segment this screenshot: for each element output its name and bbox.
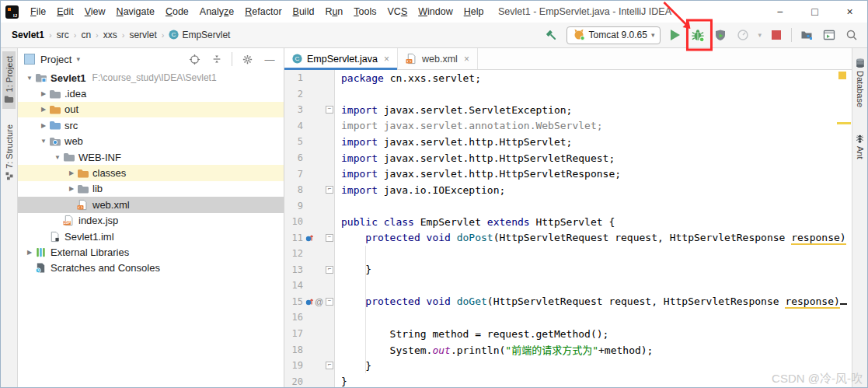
tree-item-src[interactable]: ▶src bbox=[18, 117, 284, 133]
tree-collapse-arrow[interactable]: ▼ bbox=[52, 154, 63, 161]
project-panel: Project ▾ — ▼Sevlet1F:\course_study\IDEA… bbox=[18, 48, 284, 388]
breadcrumb-item[interactable]: CEmpServlet bbox=[169, 30, 230, 40]
tree-item-web-inf[interactable]: ▼WEB-INF bbox=[18, 149, 284, 165]
editor-gutter: 19⌐ bbox=[284, 358, 335, 374]
tree-item-sevlet1-iml[interactable]: Sevlet1.iml bbox=[18, 229, 284, 244]
tool-strip-ant[interactable]: Ant bbox=[853, 129, 866, 164]
tree-item-sevlet1[interactable]: ▼Sevlet1F:\course_study\IDEA\Sevlet1 bbox=[18, 70, 284, 86]
tree-item-classes[interactable]: ▶classes bbox=[18, 165, 284, 180]
code-editor[interactable]: 1package cn.xxs.servlet;23−import javax.… bbox=[284, 70, 852, 388]
menu-view[interactable]: View bbox=[79, 1, 111, 23]
breadcrumb-item[interactable]: Sevlet1 bbox=[12, 30, 44, 40]
search-everywhere-button[interactable] bbox=[844, 26, 859, 44]
play-icon bbox=[671, 30, 680, 40]
tab-empservlet-java[interactable]: CEmpServlet.java× bbox=[284, 48, 398, 69]
menu-analyze[interactable]: Analyze bbox=[194, 1, 239, 23]
left-tool-strip: 1: Project7: Structure bbox=[1, 48, 18, 388]
tree-item--idea[interactable]: ▶.idea bbox=[18, 86, 284, 101]
project-panel-title[interactable]: Project bbox=[40, 54, 71, 65]
tree-item-external-libraries[interactable]: ▶External Libraries bbox=[18, 244, 284, 260]
debug-button[interactable] bbox=[690, 26, 706, 44]
tree-item-web[interactable]: ▼web bbox=[18, 134, 284, 149]
fold-column: − bbox=[325, 234, 334, 242]
editor-gutter: 6 bbox=[284, 150, 335, 166]
coverage-button[interactable] bbox=[713, 26, 728, 44]
tree-item-label: classes bbox=[92, 167, 126, 179]
tree-item-web-xml[interactable]: web.xml bbox=[18, 197, 284, 212]
menu-run[interactable]: Run bbox=[319, 1, 348, 23]
locate-file-icon[interactable] bbox=[186, 52, 202, 66]
editor-tabs: CEmpServlet.java×web.xml× bbox=[284, 48, 852, 70]
code-line: 6import javax.servlet.http.HttpServletRe… bbox=[284, 150, 852, 166]
menu-tools[interactable]: Tools bbox=[348, 1, 382, 23]
tree-expand-arrow[interactable]: ▶ bbox=[24, 249, 35, 256]
menu-file[interactable]: File bbox=[25, 1, 51, 23]
tree-expand-arrow[interactable]: ▶ bbox=[38, 106, 49, 113]
tree-expand-arrow[interactable]: ▶ bbox=[38, 122, 49, 129]
minimize-button[interactable]: − bbox=[762, 1, 797, 23]
inspection-warning-marker[interactable] bbox=[838, 72, 846, 79]
tree-item-lib[interactable]: ▶lib bbox=[18, 181, 284, 197]
tool-strip-1-project[interactable]: 1: Project bbox=[2, 51, 16, 109]
maximize-button[interactable]: □ bbox=[797, 1, 832, 23]
build-hammer-icon[interactable] bbox=[544, 26, 559, 44]
run-config-selector[interactable]: Tomcat 9.0.65 ▾ bbox=[566, 26, 661, 44]
menu-help[interactable]: Help bbox=[458, 1, 490, 23]
tree-item-label: src bbox=[64, 120, 78, 131]
code-line: 8⌐import java.io.IOException; bbox=[284, 182, 852, 198]
tree-item-scratches-and-consoles[interactable]: Scratches and Consoles bbox=[18, 260, 284, 276]
chevron-down-icon[interactable]: ▾ bbox=[76, 55, 80, 63]
code-text: System.out.println("前端的请求方式为"+method); bbox=[335, 342, 653, 357]
menu-window[interactable]: Window bbox=[413, 1, 458, 23]
menu-build[interactable]: Build bbox=[288, 1, 320, 23]
fold-marker-start[interactable]: − bbox=[326, 106, 333, 114]
menu-edit[interactable]: Edit bbox=[51, 1, 79, 23]
project-structure-button[interactable] bbox=[799, 26, 814, 44]
menu-navigate[interactable]: Navigate bbox=[111, 1, 160, 23]
code-line: 4import javax.servlet.annotation.WebServ… bbox=[284, 118, 852, 135]
tree-item-out[interactable]: ▶out bbox=[18, 102, 284, 117]
override-method-icon[interactable] bbox=[305, 233, 314, 243]
tree-item-index-jsp[interactable]: JSPindex.jsp bbox=[18, 213, 284, 229]
run-button[interactable] bbox=[668, 26, 683, 44]
code-line: 13⌐ } bbox=[284, 262, 852, 278]
breadcrumb-item[interactable]: src bbox=[57, 30, 69, 40]
breadcrumb-item[interactable]: servlet bbox=[129, 30, 156, 40]
tree-expand-arrow[interactable]: ▶ bbox=[38, 90, 49, 97]
menu-code[interactable]: Code bbox=[160, 1, 194, 23]
fold-marker-end[interactable]: ⌐ bbox=[326, 186, 333, 194]
override-method-icon[interactable] bbox=[305, 297, 314, 306]
code-text: protected void doGet(HttpServletRequest … bbox=[335, 295, 847, 307]
tree-expand-arrow[interactable]: ▶ bbox=[66, 185, 77, 192]
gear-icon[interactable] bbox=[239, 52, 255, 66]
tree-collapse-arrow[interactable]: ▼ bbox=[24, 75, 35, 82]
tree-expand-arrow[interactable]: ▶ bbox=[66, 170, 77, 177]
tool-strip-database[interactable]: Database bbox=[853, 53, 867, 112]
fold-marker-start[interactable]: − bbox=[326, 298, 333, 306]
code-line: 3−import javax.servlet.ServletException; bbox=[284, 102, 852, 118]
menu-refactor[interactable]: Refactor bbox=[239, 1, 287, 23]
close-button[interactable]: × bbox=[832, 1, 867, 23]
fold-marker-start[interactable]: − bbox=[326, 234, 333, 242]
run-tool-window-button[interactable] bbox=[821, 26, 837, 44]
project-panel-header: Project ▾ — bbox=[18, 48, 284, 70]
collapse-all-icon[interactable] bbox=[209, 52, 225, 66]
tool-strip-7-structure[interactable]: 7: Structure bbox=[3, 120, 16, 185]
hide-panel-icon[interactable]: — bbox=[262, 52, 277, 66]
breadcrumb-item[interactable]: xxs bbox=[103, 30, 117, 40]
close-icon[interactable]: × bbox=[384, 54, 389, 65]
main-area: 1: Project7: Structure Project ▾ — ▼Sevl… bbox=[1, 48, 867, 388]
breadcrumb-item[interactable]: cn bbox=[81, 30, 91, 40]
tree-collapse-arrow[interactable]: ▼ bbox=[38, 138, 49, 145]
profiler-button[interactable] bbox=[735, 26, 751, 44]
scrollbar-warning-stripe[interactable] bbox=[837, 122, 851, 124]
gutter-icons: @ bbox=[303, 297, 325, 306]
fold-marker-end[interactable]: ⌐ bbox=[326, 266, 333, 274]
fold-marker-end[interactable]: ⌐ bbox=[326, 362, 333, 369]
profiler-chevron-icon[interactable]: ▾ bbox=[758, 31, 762, 39]
tab-web-xml[interactable]: web.xml× bbox=[398, 48, 478, 69]
code-text: import javax.servlet.http.HttpServlet; bbox=[335, 136, 572, 148]
close-icon[interactable]: × bbox=[464, 54, 469, 65]
stop-button[interactable] bbox=[769, 26, 784, 44]
menu-vcs[interactable]: VCS bbox=[382, 1, 413, 23]
